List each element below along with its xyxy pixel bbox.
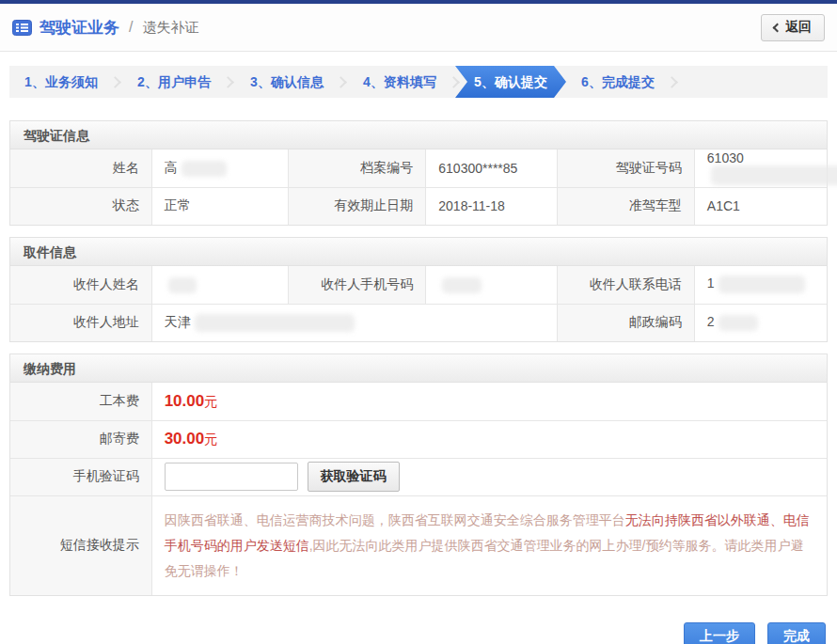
redaction-blur bbox=[182, 161, 227, 177]
table-row: 工本费 10.00元 bbox=[10, 383, 827, 420]
postage-fee-amount: 30.00 bbox=[165, 430, 205, 448]
postal-code-value: 2 bbox=[694, 304, 827, 341]
production-fee-value: 10.00元 bbox=[151, 383, 827, 420]
recipient-phone-value-text: 1 bbox=[707, 275, 715, 291]
recipient-phone-value: 1 bbox=[694, 266, 827, 304]
redaction-blur bbox=[442, 277, 482, 293]
table-row: 邮寄费 30.00元 bbox=[10, 420, 827, 458]
recipient-mobile-label: 收件人手机号码 bbox=[289, 266, 426, 304]
license-info-table: 姓名 高 档案编号 610300****85 驾驶证号码 61030 状态 正常… bbox=[10, 149, 827, 225]
wizard-step-2[interactable]: 2、用户申告 bbox=[122, 66, 226, 98]
section-license-info: 驾驶证信息 姓名 高 档案编号 610300****85 驾驶证号码 61030… bbox=[9, 120, 828, 226]
redaction-blur bbox=[719, 315, 758, 331]
recipient-mobile-value bbox=[426, 266, 558, 304]
name-value-text: 高 bbox=[165, 160, 178, 175]
section-title-fees: 缴纳费用 bbox=[10, 354, 827, 383]
recipient-name-label: 收件人姓名 bbox=[10, 266, 151, 304]
breadcrumb-current: 遗失补证 bbox=[142, 19, 198, 37]
recipient-phone-label: 收件人联系电话 bbox=[558, 266, 695, 304]
footer-actions: 上一步 完成 bbox=[0, 622, 826, 644]
sms-notice-label: 短信接收提示 bbox=[10, 495, 151, 595]
sms-code-label: 手机验证码 bbox=[10, 458, 151, 495]
production-fee-amount: 10.00 bbox=[165, 392, 205, 410]
back-chevron-icon bbox=[773, 23, 782, 32]
redaction-blur bbox=[711, 165, 837, 185]
production-fee-unit: 元 bbox=[204, 394, 217, 409]
expiry-value: 2018-11-18 bbox=[426, 187, 558, 225]
recipient-name-value bbox=[151, 266, 289, 304]
table-row: 短信接收提示 因陕西省联通、电信运营商技术问题，陕西省互联网交通安全综合服务管理… bbox=[10, 495, 827, 595]
file-no-value: 610300****85 bbox=[426, 149, 558, 187]
page-header: 驾驶证业务 / 遗失补证 返回 bbox=[0, 4, 837, 52]
redaction-blur bbox=[195, 314, 355, 332]
section-pickup-info: 取件信息 收件人姓名 收件人手机号码 收件人联系电话 1 收件人地址 天津 bbox=[9, 237, 828, 342]
breadcrumb-separator: / bbox=[129, 19, 133, 36]
notice-part-1: 因陕西省联通、电信运营商技术问题，陕西省互联网交通安全综合服务管理平台 bbox=[165, 512, 625, 527]
license-no-value-text: 61030 bbox=[707, 150, 744, 165]
wizard-step-6[interactable]: 6、完成提交 bbox=[566, 66, 670, 98]
sms-notice-text: 因陕西省联通、电信运营商技术问题，陕西省互联网交通安全综合服务管理平台无法向持陕… bbox=[151, 495, 827, 595]
postage-fee-value: 30.00元 bbox=[151, 420, 827, 458]
list-icon bbox=[12, 20, 32, 36]
recipient-address-value: 天津 bbox=[151, 304, 557, 341]
production-fee-label: 工本费 bbox=[10, 383, 151, 420]
table-row: 姓名 高 档案编号 610300****85 驾驶证号码 61030 bbox=[10, 149, 827, 187]
section-title-pickup: 取件信息 bbox=[10, 238, 827, 266]
name-value: 高 bbox=[151, 149, 289, 187]
expiry-label: 有效期止日期 bbox=[289, 187, 426, 225]
status-label: 状态 bbox=[10, 187, 151, 225]
wizard-step-5-active[interactable]: 5、确认提交 bbox=[455, 66, 566, 98]
postage-fee-label: 邮寄费 bbox=[10, 420, 151, 458]
wizard-step-1[interactable]: 1、业务须知 bbox=[9, 66, 113, 98]
sms-code-cell: 获取验证码 bbox=[151, 458, 827, 495]
license-no-label: 驾驶证号码 bbox=[558, 149, 695, 187]
wizard-step-4[interactable]: 4、资料填写 bbox=[348, 66, 451, 98]
class-label: 准驾车型 bbox=[558, 187, 695, 225]
redaction-blur bbox=[719, 275, 805, 293]
back-button-label: 返回 bbox=[785, 19, 812, 36]
pickup-info-table: 收件人姓名 收件人手机号码 收件人联系电话 1 收件人地址 天津 邮政编码 2 bbox=[10, 266, 827, 341]
get-code-button[interactable]: 获取验证码 bbox=[308, 462, 400, 492]
back-button[interactable]: 返回 bbox=[761, 14, 825, 41]
file-no-label: 档案编号 bbox=[289, 149, 426, 187]
fees-table: 工本费 10.00元 邮寄费 30.00元 手机验证码 获取验证码 短信接收提示… bbox=[10, 383, 827, 595]
section-fees: 缴纳费用 工本费 10.00元 邮寄费 30.00元 手机验证码 获取验证码 短… bbox=[9, 353, 828, 596]
table-row: 收件人地址 天津 邮政编码 2 bbox=[10, 304, 827, 341]
recipient-address-label: 收件人地址 bbox=[10, 304, 151, 341]
postal-code-value-text: 2 bbox=[707, 314, 715, 329]
table-row: 手机验证码 获取验证码 bbox=[10, 458, 827, 495]
license-no-value: 61030 bbox=[694, 149, 827, 187]
redaction-blur bbox=[168, 277, 197, 293]
table-row: 收件人姓名 收件人手机号码 收件人联系电话 1 bbox=[10, 266, 827, 304]
wizard-step-3[interactable]: 3、确认信息 bbox=[235, 66, 339, 98]
table-row: 状态 正常 有效期止日期 2018-11-18 准驾车型 A1C1 bbox=[10, 187, 827, 225]
sms-code-input[interactable] bbox=[165, 463, 298, 491]
section-title-license: 驾驶证信息 bbox=[10, 121, 827, 149]
postal-code-label: 邮政编码 bbox=[558, 304, 695, 341]
recipient-address-value-text: 天津 bbox=[165, 314, 191, 329]
page-title: 驾驶证业务 bbox=[39, 17, 119, 39]
postage-fee-unit: 元 bbox=[204, 432, 217, 447]
finish-button[interactable]: 完成 bbox=[767, 622, 826, 644]
breadcrumb: 驾驶证业务 / 遗失补证 bbox=[12, 17, 198, 39]
prev-step-button[interactable]: 上一步 bbox=[684, 622, 755, 644]
step-wizard: 1、业务须知 2、用户申告 3、确认信息 4、资料填写 5、确认提交 6、完成提… bbox=[9, 66, 828, 98]
class-value: A1C1 bbox=[694, 187, 827, 225]
status-value: 正常 bbox=[151, 187, 289, 225]
name-label: 姓名 bbox=[10, 149, 151, 187]
